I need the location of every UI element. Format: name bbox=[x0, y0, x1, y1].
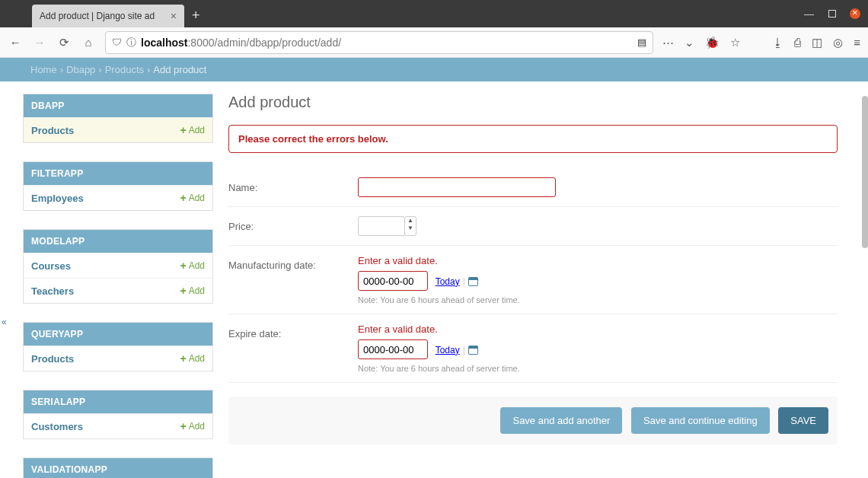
app-header[interactable]: DBAPP bbox=[24, 94, 212, 117]
save-continue-button[interactable]: Save and continue editing bbox=[631, 407, 770, 434]
home-button[interactable]: ⌂ bbox=[81, 36, 96, 49]
url-host: localhost bbox=[141, 37, 187, 49]
pocket-icon[interactable]: ⌄ bbox=[685, 36, 694, 49]
mfg-today-link[interactable]: Today bbox=[436, 276, 460, 287]
app-header[interactable]: FILTERAPP bbox=[24, 162, 212, 185]
sidebar-toggle[interactable]: « bbox=[2, 317, 7, 327]
model-link[interactable]: Customers bbox=[31, 421, 83, 432]
add-link[interactable]: + Add bbox=[180, 285, 205, 297]
bc-app[interactable]: Dbapp bbox=[66, 64, 95, 75]
errornote: Please correct the errors below. bbox=[228, 125, 838, 153]
sidebar: DBAPPProducts+ AddFILTERAPPEmployees+ Ad… bbox=[23, 94, 213, 478]
exp-label: Expire date: bbox=[228, 323, 358, 373]
plus-icon: + bbox=[180, 124, 186, 136]
app-header[interactable]: SERIALAPP bbox=[24, 390, 212, 413]
url-port: :8000 bbox=[187, 37, 214, 49]
field-price: Price: ▲▼ bbox=[228, 207, 838, 246]
model-link[interactable]: Teachers bbox=[31, 285, 74, 297]
mfg-date-input[interactable] bbox=[358, 271, 428, 291]
minimize-icon[interactable]: — bbox=[804, 8, 815, 19]
add-link[interactable]: + Add bbox=[180, 124, 205, 136]
star-icon[interactable]: ☆ bbox=[730, 36, 740, 49]
sidebar-model-row[interactable]: Products+ Add bbox=[24, 346, 212, 371]
sidebar-model-row[interactable]: Customers+ Add bbox=[24, 413, 212, 438]
sidebar-model-row[interactable]: Employees+ Add bbox=[24, 185, 212, 210]
model-link[interactable]: Products bbox=[31, 125, 74, 136]
browser-toolbar: ← → ⟳ ⌂ 🛡 ⓘ localhost:8000/admin/dbapp/p… bbox=[0, 27, 868, 58]
info-icon[interactable]: ⓘ bbox=[126, 36, 136, 49]
app-header[interactable]: QUERYAPP bbox=[24, 323, 212, 346]
field-exp-date: Expire date: Enter a valid date. Today| … bbox=[228, 314, 838, 383]
reload-button[interactable]: ⟳ bbox=[56, 36, 72, 49]
menu-icon[interactable]: ≡ bbox=[854, 36, 860, 49]
price-input[interactable] bbox=[358, 216, 405, 236]
new-tab-button[interactable]: + bbox=[192, 8, 200, 24]
add-link[interactable]: + Add bbox=[180, 260, 205, 272]
sidebar-icon[interactable]: ◫ bbox=[812, 36, 822, 49]
model-link[interactable]: Products bbox=[31, 353, 74, 365]
url-path: /admin/dbapp/product/add/ bbox=[215, 37, 342, 49]
field-name: Name: bbox=[228, 168, 838, 207]
app-header[interactable]: MODELAPP bbox=[24, 230, 212, 253]
model-link[interactable]: Employees bbox=[31, 193, 84, 204]
breadcrumb: Home›Dbapp›Products›Add product bbox=[0, 58, 868, 81]
sidebar-model-row[interactable]: Courses+ Add bbox=[24, 253, 212, 278]
bc-model[interactable]: Products bbox=[105, 64, 144, 75]
price-spinner[interactable]: ▲▼ bbox=[404, 216, 416, 236]
sidebar-model-row[interactable]: Teachers+ Add bbox=[24, 278, 212, 303]
library-icon[interactable]: ⎙ bbox=[794, 36, 801, 49]
scrollbar[interactable] bbox=[862, 96, 868, 470]
mfg-error: Enter a valid date. bbox=[358, 255, 838, 266]
model-link[interactable]: Courses bbox=[31, 260, 71, 272]
shield-icon[interactable]: 🛡 bbox=[112, 37, 122, 48]
save-button[interactable]: SAVE bbox=[778, 407, 828, 434]
mfg-label: Manufacturing date: bbox=[228, 255, 358, 304]
plus-icon: + bbox=[180, 285, 186, 297]
exp-date-input[interactable] bbox=[358, 339, 428, 359]
back-button[interactable]: ← bbox=[8, 36, 23, 49]
browser-tab-bar: Add product | Django site ad × + — bbox=[0, 0, 868, 27]
forward-button: → bbox=[32, 36, 47, 49]
app-header[interactable]: VALIDATIONAPP bbox=[24, 458, 212, 478]
reader-icon[interactable]: ▤ bbox=[637, 37, 646, 48]
plus-icon: + bbox=[180, 420, 186, 432]
calendar-icon[interactable] bbox=[468, 277, 478, 286]
add-link[interactable]: + Add bbox=[180, 192, 205, 204]
add-link[interactable]: + Add bbox=[180, 420, 205, 432]
account-icon[interactable]: ◎ bbox=[833, 36, 843, 49]
bc-current: Add product bbox=[153, 64, 206, 75]
plus-icon: + bbox=[180, 260, 186, 272]
maximize-icon[interactable] bbox=[828, 10, 836, 18]
plus-icon: + bbox=[180, 352, 186, 365]
bc-home[interactable]: Home bbox=[30, 64, 57, 75]
exp-today-link[interactable]: Today bbox=[436, 345, 460, 355]
url-bar[interactable]: 🛡 ⓘ localhost:8000/admin/dbapp/product/a… bbox=[105, 31, 653, 54]
calendar-icon[interactable] bbox=[468, 346, 478, 355]
name-input[interactable] bbox=[358, 177, 556, 197]
browser-tab[interactable]: Add product | Django site ad × bbox=[32, 5, 184, 27]
window-close-icon[interactable] bbox=[850, 8, 860, 19]
page-title: Add product bbox=[228, 94, 838, 111]
submit-row: Save and add another Save and continue e… bbox=[228, 397, 838, 445]
field-mfg-date: Manufacturing date: Enter a valid date. … bbox=[228, 246, 838, 314]
name-label: Name: bbox=[228, 177, 358, 197]
save-add-another-button[interactable]: Save and add another bbox=[500, 407, 622, 434]
exp-help: Note: You are 6 hours ahead of server ti… bbox=[358, 364, 838, 373]
exp-error: Enter a valid date. bbox=[358, 323, 838, 335]
plus-icon: + bbox=[180, 192, 186, 204]
add-link[interactable]: + Add bbox=[180, 352, 205, 365]
main-content: Add product Please correct the errors be… bbox=[228, 94, 838, 478]
sidebar-model-row[interactable]: Products+ Add bbox=[24, 117, 212, 142]
close-tab-icon[interactable]: × bbox=[171, 10, 177, 22]
price-label: Price: bbox=[228, 216, 358, 236]
tab-title: Add product | Django site ad bbox=[40, 11, 166, 21]
bug-icon[interactable]: 🐞 bbox=[705, 36, 720, 49]
mfg-help: Note: You are 6 hours ahead of server ti… bbox=[358, 295, 838, 304]
downloads-icon[interactable]: ⭳ bbox=[772, 36, 783, 49]
more-icon[interactable]: ⋯ bbox=[662, 36, 674, 49]
